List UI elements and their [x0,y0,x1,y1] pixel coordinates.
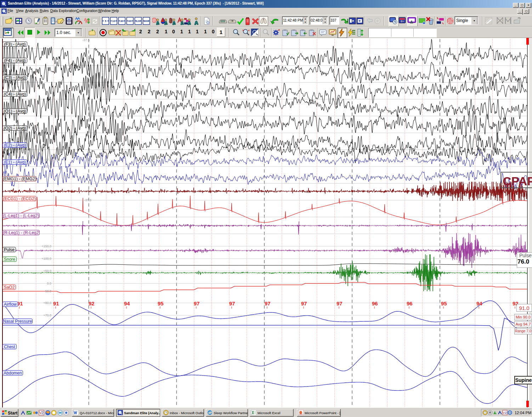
svg-text:97: 97 [229,300,235,306]
svg-text:+100.0: +100.0 [41,257,51,260]
svg-text:91: 91 [53,300,59,306]
svg-text:95: 95 [158,300,164,306]
svg-text:+70.0: +70.0 [43,314,51,317]
svg-text:2: 2 [505,411,507,415]
svg-text:0.0: 0.0 [47,282,51,285]
svg-text:97: 97 [301,300,307,306]
svg-text:97: 97 [194,300,200,306]
svg-text:-37.5: -37.5 [84,198,91,202]
svg-text:94: 94 [476,300,482,306]
svg-text:-37.5: -37.5 [44,158,51,162]
svg-text:96: 96 [407,300,413,306]
svg-text:+150.0: +150.0 [41,244,51,248]
svg-text:+80.0: +80.0 [43,301,51,305]
svg-text:97: 97 [336,300,343,306]
svg-text:CPAP: CPAP [503,174,532,188]
svg-text:95: 95 [441,300,447,306]
svg-text:+37.5: +37.5 [43,165,51,168]
svg-text:-37.5: -37.5 [82,38,90,42]
svg-text:92: 92 [89,300,95,306]
svg-text:-50.0: -50.0 [44,289,51,293]
svg-text:2: 2 [41,411,44,415]
svg-text:97: 97 [265,300,271,306]
svg-text:94: 94 [124,300,130,306]
svg-text:96: 96 [372,300,378,306]
svg-text:+50.0: +50.0 [43,269,51,273]
